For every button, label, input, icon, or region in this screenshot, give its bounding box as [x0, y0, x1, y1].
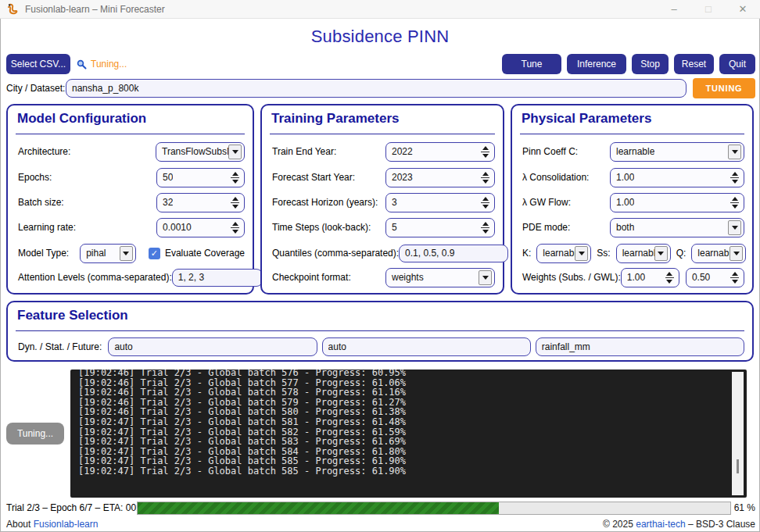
lambda-consolidation-spinbox[interactable]: 1.00 [610, 168, 744, 187]
learning-rate-value: 0.0010 [157, 222, 192, 233]
dynamic-features-input[interactable] [108, 337, 317, 356]
lambda-gw-flow-value: 1.00 [611, 197, 634, 208]
progress-bar [137, 502, 731, 515]
titlebar: Fusionlab-learn – Mini Forecaster – □ ✕ [0, 0, 760, 19]
earthai-tech-link[interactable]: earthai-tech [636, 519, 685, 530]
toolbar-actions: Tune Inference Stop Reset Quit [502, 54, 755, 74]
spinner-arrows-icon[interactable] [231, 197, 239, 209]
pinn-coeff-select[interactable]: learnable [610, 142, 744, 162]
model-type-value: pihal [81, 248, 106, 259]
chevron-down-icon[interactable] [728, 220, 741, 235]
progress-percent: 61 % [734, 502, 755, 513]
lambda-gw-flow-spinbox[interactable]: 1.00 [610, 193, 744, 212]
checkpoint-format-select[interactable]: weights [385, 268, 495, 287]
select-csv-button[interactable]: Select CSV... [6, 54, 70, 74]
quit-button[interactable]: Quit [719, 54, 755, 74]
attention-levels-input[interactable] [172, 269, 263, 287]
gecko-app-icon [6, 3, 19, 16]
epochs-value: 50 [157, 172, 173, 183]
train-end-year-value: 2022 [386, 146, 413, 157]
time-steps-value: 5 [386, 222, 397, 233]
k-value: learnable [537, 248, 575, 259]
architecture-value: TransFlowSubsNet [156, 146, 228, 157]
weight-gwl-spinbox[interactable]: 0.50 [686, 268, 744, 287]
log-line: [19:02:46] Trial 2/3 - Global batch 578 … [78, 387, 728, 398]
panel-divider [270, 134, 495, 134]
q-select[interactable]: learnable [691, 244, 746, 263]
window-title: Fusionlab-learn – Mini Forecaster [25, 4, 165, 15]
chevron-down-icon[interactable] [728, 145, 741, 159]
log-line: [19:02:47] Trial 2/3 - Global batch 585 … [78, 466, 728, 477]
spinner-arrows-icon[interactable] [481, 222, 489, 234]
batch-size-label: Batch size: [18, 197, 64, 208]
chevron-down-icon[interactable] [654, 246, 668, 261]
tune-button[interactable]: Tune [502, 54, 561, 74]
minimize-button[interactable]: – [657, 0, 691, 18]
status-text: Trial 2/3 – Epoch 6/7 – ETA: 00:36 [6, 502, 149, 513]
forecast-horizon-label: Forecast Horizon (years): [272, 197, 378, 208]
batch-size-spinbox[interactable]: 32 [156, 193, 245, 212]
panel-title: Feature Selection [17, 308, 128, 323]
spinner-arrows-icon[interactable] [481, 172, 489, 184]
epochs-label: Epochs: [18, 172, 52, 183]
inference-button[interactable]: Inference [567, 54, 626, 74]
quantiles-input[interactable] [399, 245, 508, 262]
forecast-start-year-label: Forecast Start Year: [272, 172, 355, 183]
scrollbar-thumb[interactable] [737, 459, 739, 473]
training-parameters-panel: Training Parameters Train End Year: 2022… [260, 104, 504, 295]
log-line: [19:02:47] Trial 2/3 - Global batch 583 … [78, 437, 728, 447]
chevron-down-icon[interactable] [575, 246, 588, 261]
chevron-down-icon[interactable] [730, 246, 743, 261]
dataset-input[interactable] [66, 79, 687, 98]
forecast-horizon-spinbox[interactable]: 3 [385, 193, 495, 212]
weights-label: Weights (Subs. / GWL): [522, 272, 621, 283]
weight-subsidence-spinbox[interactable]: 1.00 [621, 268, 679, 287]
pde-mode-label: PDE mode: [522, 222, 570, 233]
ss-label: Ss: [597, 248, 610, 259]
close-button[interactable]: ✕ [726, 0, 760, 18]
chevron-down-icon[interactable] [479, 270, 492, 285]
evaluate-coverage-checkbox[interactable] [149, 248, 160, 259]
spinner-arrows-icon[interactable] [730, 272, 739, 284]
tuning-disabled-button: Tuning... [6, 423, 64, 445]
spinner-arrows-icon[interactable] [481, 197, 489, 209]
k-select[interactable]: learnable [536, 244, 591, 263]
log-line: [19:02:46] Trial 2/3 - Global batch 576 … [78, 370, 728, 378]
epochs-spinbox[interactable]: 50 [156, 168, 245, 187]
static-features-input[interactable] [322, 337, 531, 356]
future-features-input[interactable] [536, 337, 744, 356]
forecast-start-year-spinbox[interactable]: 2023 [385, 168, 495, 187]
maximize-button[interactable]: □ [691, 0, 726, 18]
chevron-down-icon[interactable] [228, 145, 242, 159]
tuning-state-badge: TUNING [693, 78, 755, 98]
time-steps-spinbox[interactable]: 5 [385, 218, 495, 237]
chevron-down-icon[interactable] [120, 246, 133, 261]
fusionlab-learn-link[interactable]: Fusionlab-learn [34, 519, 99, 530]
spinner-arrows-icon[interactable] [730, 197, 739, 209]
physical-parameters-panel: Physical Parameters Pinn Coeff C: learna… [511, 104, 754, 295]
spinner-arrows-icon[interactable] [730, 172, 739, 184]
app-window: Fusionlab-learn – Mini Forecaster – □ ✕ … [0, 0, 760, 532]
attention-levels-label: Attention Levels (comma-separated): [18, 272, 172, 283]
ss-value: learnable [617, 248, 654, 259]
architecture-select[interactable]: TransFlowSubsNet [156, 142, 245, 162]
spinner-arrows-icon[interactable] [481, 146, 489, 158]
model-type-select[interactable]: pihal [80, 244, 136, 263]
spinner-arrows-icon[interactable] [231, 222, 239, 234]
spinner-arrows-icon[interactable] [231, 172, 239, 184]
feature-selection-panel: Feature Selection Dyn. / Stat. / Future: [6, 301, 754, 362]
train-end-year-spinbox[interactable]: 2022 [385, 142, 495, 162]
stop-button[interactable]: Stop [632, 54, 669, 74]
magnifier-icon [77, 59, 87, 70]
pde-mode-select[interactable]: both [610, 218, 744, 237]
pinn-coeff-value: learnable [611, 146, 654, 157]
ss-select[interactable]: learnable [616, 244, 671, 263]
about-prefix: About [6, 519, 30, 530]
forecast-horizon-value: 3 [386, 197, 397, 208]
model-configuration-panel: Model Configuration Architecture: TransF… [6, 104, 254, 295]
reset-button[interactable]: Reset [674, 54, 714, 74]
log-scrollbar[interactable] [732, 372, 744, 495]
log-console: [19:02:46] Trial 2/3 - Global batch 576 … [70, 370, 747, 498]
learning-rate-spinbox[interactable]: 0.0010 [156, 218, 245, 237]
spinner-arrows-icon[interactable] [665, 272, 674, 284]
